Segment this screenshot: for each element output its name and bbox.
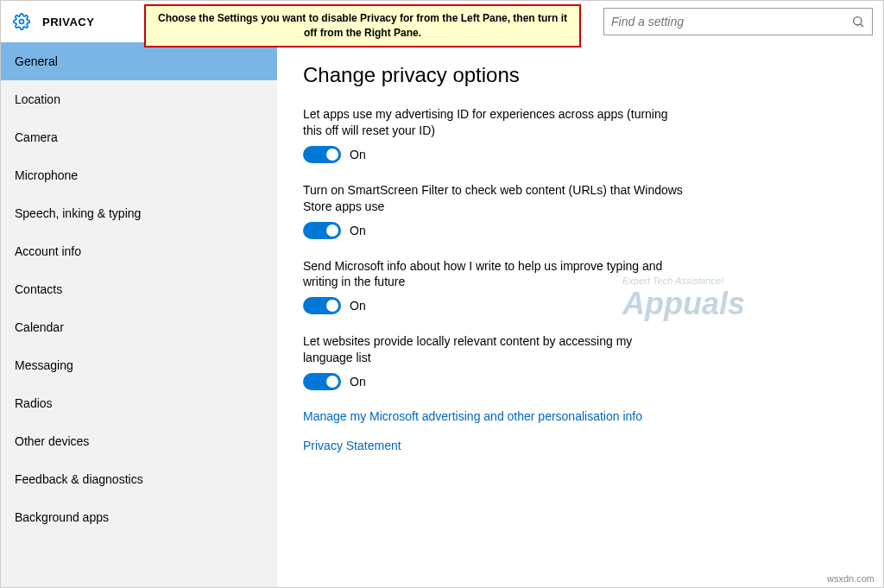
- toggle-row: On: [303, 146, 683, 163]
- sidebar-item-background-apps[interactable]: Background apps: [1, 498, 277, 536]
- toggle-switch[interactable]: [303, 146, 341, 163]
- sidebar-item-account-info[interactable]: Account info: [1, 232, 277, 270]
- option-description: Turn on SmartScreen Filter to check web …: [303, 182, 683, 215]
- main-heading: Change privacy options: [303, 63, 857, 87]
- toggle-state-label: On: [350, 299, 366, 313]
- main-panel: Expert Tech Assistance! Appuals Change p…: [277, 42, 883, 587]
- search-box[interactable]: [603, 8, 873, 35]
- search-icon[interactable]: [851, 15, 865, 28]
- callout-text: Choose the Settings you want to disable …: [158, 12, 567, 39]
- option-description: Let apps use my advertising ID for exper…: [303, 106, 683, 139]
- sidebar-item-feedback-diagnostics[interactable]: Feedback & diagnostics: [1, 460, 277, 498]
- privacy-link[interactable]: Privacy Statement: [303, 439, 857, 452]
- toggle-switch[interactable]: [303, 297, 341, 314]
- toggle-row: On: [303, 222, 683, 239]
- toggle-switch[interactable]: [303, 373, 341, 390]
- sidebar-item-microphone[interactable]: Microphone: [1, 156, 277, 194]
- toggle-state-label: On: [350, 224, 366, 237]
- toggle-row: On: [303, 297, 683, 314]
- sidebar-item-radios[interactable]: Radios: [1, 384, 277, 422]
- svg-point-0: [20, 20, 24, 24]
- toggle-state-label: On: [350, 148, 366, 161]
- sidebar-item-camera[interactable]: Camera: [1, 118, 277, 156]
- sidebar-item-location[interactable]: Location: [1, 80, 277, 118]
- toggle-state-label: On: [350, 375, 366, 389]
- privacy-link[interactable]: Manage my Microsoft advertising and othe…: [303, 409, 857, 423]
- search-input[interactable]: [611, 15, 851, 28]
- attribution-text: wsxdn.com: [827, 573, 875, 584]
- sidebar-item-calendar[interactable]: Calendar: [1, 308, 277, 346]
- privacy-option: Turn on SmartScreen Filter to check web …: [303, 182, 683, 239]
- sidebar-item-general[interactable]: General: [1, 42, 277, 80]
- instruction-callout: Choose the Settings you want to disable …: [144, 4, 581, 47]
- sidebar: GeneralLocationCameraMicrophoneSpeech, i…: [1, 42, 277, 587]
- option-description: Let websites provide locally relevant co…: [303, 333, 683, 366]
- privacy-option: Send Microsoft info about how I write to…: [303, 258, 683, 315]
- sidebar-item-other-devices[interactable]: Other devices: [1, 422, 277, 460]
- gear-icon: [13, 13, 30, 30]
- toggle-switch[interactable]: [303, 222, 341, 239]
- option-description: Send Microsoft info about how I write to…: [303, 258, 683, 291]
- page-title: PRIVACY: [42, 16, 94, 28]
- sidebar-item-messaging[interactable]: Messaging: [1, 346, 277, 384]
- sidebar-item-contacts[interactable]: Contacts: [1, 270, 277, 308]
- sidebar-item-speech-inking-typing[interactable]: Speech, inking & typing: [1, 194, 277, 232]
- toggle-row: On: [303, 373, 683, 390]
- privacy-option: Let websites provide locally relevant co…: [303, 333, 683, 390]
- svg-line-2: [861, 24, 863, 27]
- privacy-option: Let apps use my advertising ID for exper…: [303, 106, 683, 163]
- svg-point-1: [854, 17, 862, 25]
